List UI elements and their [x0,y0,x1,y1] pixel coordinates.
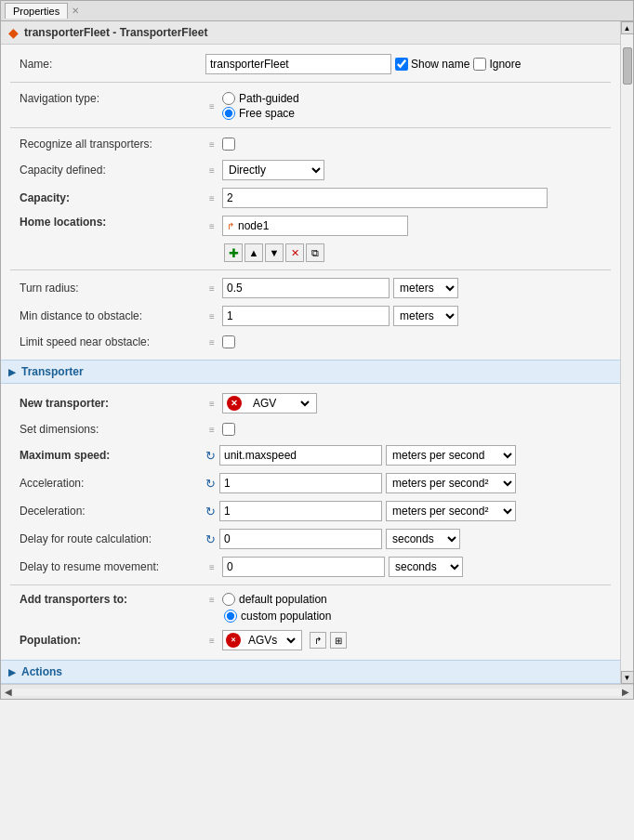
capacity-row: Capacity: ≡ [10,184,611,212]
actions-section-header[interactable]: ▶ Actions [1,660,620,684]
accel-refresh-icon[interactable]: ↻ [205,477,216,491]
capacity-label: Capacity: [10,191,205,204]
turn-radius-unit[interactable]: meters feet inches [393,278,458,298]
default-pop-option: default population [222,593,327,606]
delay-resume-control: ≡ seconds minutes hours [205,557,611,577]
separator-2 [10,127,611,128]
path-guided-radio[interactable] [222,92,235,105]
recognize-label: Recognize all transporters: [10,138,205,151]
transporter-section: New transporter: ≡ ✕ AGV Pedestrian Vehi… [1,384,620,660]
ignore-checkbox[interactable] [473,58,486,71]
delay-resume-prop-icon: ≡ [205,562,218,572]
move-down-button[interactable]: ▼ [265,243,284,262]
default-pop-radio[interactable] [222,593,235,606]
delay-resume-unit[interactable]: seconds minutes hours [389,557,463,577]
ignore-label: Ignore [489,58,521,71]
delay-route-row: Delay for route calculation: ↻ seconds m… [10,525,611,553]
transporter-section-label: Transporter [21,365,84,378]
home-locations-control: ≡ ↱ node1 ✚ ▲ ▼ ✕ ⧉ [205,216,611,262]
delay-route-label: Delay for route calculation: [10,532,205,545]
max-speed-refresh-icon[interactable]: ↻ [205,449,216,463]
limit-speed-checkbox[interactable] [222,335,235,348]
add-transporters-control: ≡ default population custom population [205,593,611,623]
copy-node-button[interactable]: ⧉ [306,243,324,262]
delay-resume-row: Delay to resume movement: ≡ seconds minu… [10,553,611,581]
delete-node-button[interactable]: ✕ [285,243,304,262]
show-name-label: Show name [411,58,469,71]
max-speed-unit[interactable]: meters per second km/h mph [386,445,516,466]
new-transporter-select[interactable]: AGV Pedestrian Vehicle [247,394,312,413]
set-dimensions-checkbox[interactable] [222,423,235,436]
free-space-label: Free space [239,107,295,120]
move-up-button[interactable]: ▲ [244,243,263,262]
home-locations-label: Home locations: [10,216,205,229]
transporter-section-header[interactable]: ▶ Transporter [1,360,620,384]
max-speed-label: Maximum speed: [10,449,205,462]
name-input[interactable] [205,54,391,74]
acceleration-row: Acceleration: ↻ meters per second² feet … [10,469,611,497]
scroll-left-button[interactable]: ◀ [5,687,12,697]
new-trans-prop-icon: ≡ [205,399,218,409]
limit-speed-row: Limit speed near obstacle: ≡ [10,330,611,354]
path-guided-label: Path-guided [239,92,299,105]
actions-section-label: Actions [21,665,62,678]
max-speed-input[interactable] [219,445,382,466]
min-distance-label: Min distance to obstacle: [10,309,205,322]
delay-route-control: ↻ seconds minutes hours [205,529,611,549]
transporter-section-arrow: ▶ [8,367,16,377]
capacity-defined-label: Capacity defined: [10,164,205,177]
navigation-row: Navigation type: ≡ Path-guided Free spac… [10,86,611,124]
default-pop-label: default population [239,593,327,606]
min-distance-unit[interactable]: meters feet inches [393,306,458,326]
min-distance-input[interactable] [222,306,390,326]
add-node-button[interactable]: ✚ [224,243,243,262]
scroll-right-button[interactable]: ▶ [622,687,629,697]
scrollbar-thumb[interactable] [623,47,632,85]
population-label: Population: [10,634,205,647]
population-icons: ↱ ⊞ [310,632,347,649]
navigation-control: ≡ Path-guided Free space [205,92,611,120]
turn-radius-input[interactable] [222,278,390,298]
scrollbar[interactable]: ▲ ▼ [620,21,633,684]
custom-pop-option: custom population [224,610,331,623]
properties-tab[interactable]: Properties [5,3,68,19]
delay-resume-label: Delay to resume movement: [10,560,205,573]
new-transporter-label: New transporter: [10,397,205,410]
cap-def-prop-icon: ≡ [205,165,218,176]
deceleration-input[interactable] [219,501,382,521]
delay-resume-input[interactable] [222,557,385,577]
free-space-radio[interactable] [222,107,235,120]
acceleration-input[interactable] [219,473,382,493]
pop-link-icon[interactable]: ↱ [310,632,326,649]
pop-new-icon[interactable]: ⊞ [330,632,347,649]
ignore-checkbox-label: Ignore [473,58,521,71]
min-distance-control: ≡ meters feet inches [205,306,611,326]
recognize-checkbox[interactable] [222,138,235,151]
navigation-label: Navigation type: [10,92,205,105]
show-name-checkbox-label: Show name [395,58,469,71]
decel-refresh-icon[interactable]: ↻ [205,505,216,518]
delay-route-unit[interactable]: seconds minutes hours [386,529,460,549]
turn-radius-control: ≡ meters feet inches [205,278,611,298]
capacity-input[interactable] [222,188,548,208]
separator-4 [10,584,611,585]
acceleration-unit[interactable]: meters per second² feet per second² [386,473,516,493]
limit-speed-label: Limit speed near obstacle: [10,335,205,348]
deceleration-unit[interactable]: meters per second² feet per second² [386,501,516,521]
separator-1 [10,82,611,83]
delay-route-refresh-icon[interactable]: ↻ [205,532,216,546]
show-name-checkbox[interactable] [395,58,408,71]
properties-window: Properties ✕ ◆ transporterFleet - Transp… [0,0,634,700]
node-field[interactable]: ↱ node1 [222,216,408,236]
window-title: transporterFleet - TransporterFleet [24,26,207,39]
delay-route-input[interactable] [219,529,382,549]
set-dimensions-label: Set dimensions: [10,423,205,436]
scroll-down-button[interactable]: ▼ [621,671,634,684]
add-transporters-label: Add transporters to: [10,593,205,606]
limit-speed-prop-icon: ≡ [205,337,218,348]
capacity-defined-select[interactable]: Directly By expression From database [222,160,324,180]
custom-pop-radio[interactable] [224,610,237,623]
scroll-up-button[interactable]: ▲ [621,21,634,34]
actions-section-arrow: ▶ [8,667,16,677]
population-select[interactable]: AGVs Pedestrians [243,631,298,650]
